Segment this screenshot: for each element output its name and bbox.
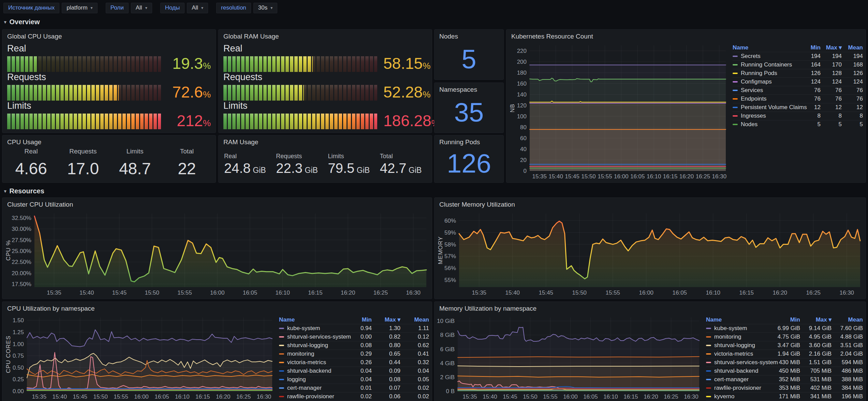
time-series-plot[interactable]: 17.50%20.00%22.50%25.00%27.50%30.00%32.5… [5,211,429,297]
gauge-fill[interactable] [223,114,377,129]
series-color-marker[interactable] [733,73,738,74]
legend-max[interactable]: 194 [821,53,842,60]
legend-series-name[interactable]: shturval-backend [706,368,769,374]
legend-min[interactable]: 76 [799,87,821,94]
stat-total[interactable]: Total42.7 GiB [377,145,429,180]
legend-max[interactable]: 5 [821,121,842,128]
legend-max[interactable]: 0.82 [372,333,400,340]
legend-min[interactable]: 5 [799,121,821,128]
stat-number[interactable]: 24.8 [224,161,251,176]
series-color-marker[interactable] [733,81,738,83]
stat-value[interactable]: 79.5 GiB [328,161,370,175]
legend-mean[interactable]: 168 [842,61,863,68]
legend-max[interactable]: 4.95 GiB [800,333,832,340]
series-label[interactable]: shturval-services-system [287,333,351,340]
legend-mean[interactable]: 12 [842,104,863,111]
gauge-fill[interactable] [223,85,304,101]
series-color-marker[interactable] [279,345,284,346]
legend-series-name[interactable]: Running Pods [733,70,799,77]
legend-min[interactable]: 3.47 GiB [769,342,800,349]
series-color-marker[interactable] [279,396,284,397]
bar-gauge-body[interactable]: Real [7,43,161,72]
legend-max[interactable]: 0.65 [372,351,400,357]
legend-min[interactable]: 194 [799,53,821,60]
legend-header-max[interactable]: Max ▾ [800,316,832,323]
filter-label[interactable]: Ноды [160,3,185,13]
legend-mean[interactable]: 76 [842,95,863,102]
legend-min[interactable]: 6.99 GiB [769,325,800,332]
filter-group[interactable]: Источник данныхplatform▾ [3,3,98,13]
legend-min[interactable]: 353 MiB [769,385,800,391]
stat-limits[interactable]: Limits79.5 GiB [325,145,377,180]
legend-row[interactable]: monitoring4.75 GiB4.95 GiB4.88 GiB [706,332,863,341]
legend-mean[interactable]: 5 [842,121,863,128]
legend-max[interactable]: 170 [821,61,842,68]
chevron-down-icon[interactable]: ▾ [201,5,203,10]
series-label[interactable]: shturval-backend [714,368,758,374]
time-series-plot[interactable]: 0.000.250.500.751.001.251.5015:3515:4015… [5,315,275,401]
series-color-marker[interactable] [706,396,711,397]
series-color-marker[interactable] [733,90,738,91]
stat-unit[interactable]: GiB [354,166,370,175]
legend-series-name[interactable]: cert-manager [706,376,769,383]
gauge-value-number[interactable]: 52.28 [383,83,423,101]
filter-select-3[interactable]: 30s▾ [253,3,277,13]
stat-label[interactable]: Requests [69,148,97,155]
stat-number[interactable]: 4.66 [15,160,47,178]
filter-group[interactable]: НодыAll▾ [160,3,208,13]
gauge-value-unit[interactable]: % [203,89,211,100]
stat-unit[interactable]: GiB [407,166,422,175]
stat-value[interactable]: 17.0 [67,161,99,177]
stat-label[interactable]: Total [180,148,194,155]
gauge-value-number[interactable]: 19.3 [172,55,203,72]
legend-row[interactable]: Running Containers164170168 [733,60,863,69]
gauge-value[interactable]: 19.3% [167,56,211,72]
gauge-value[interactable]: 52.28% [383,84,427,101]
series-label[interactable]: Running Pods [741,70,777,77]
legend-header[interactable]: NameMinMax ▾Mean [706,315,863,324]
filter-select-0[interactable]: platform▾ [62,3,97,13]
stat-number[interactable]: 42.7 [380,161,407,176]
series-color-marker[interactable] [706,345,711,346]
legend-mean[interactable]: 1.11 [400,325,429,332]
legend-row[interactable]: shturval-logging0.080.800.62 [279,341,429,350]
legend-min[interactable]: 4.75 GiB [769,333,800,340]
filter-label[interactable]: Роли [106,3,129,13]
gauge-fill[interactable] [223,56,313,72]
time-series-plot[interactable]: 0 B2 GiB4 GiB6 GiB8 GiB10 GiB15:3515:401… [437,315,702,401]
legend-max[interactable]: 3.60 GiB [800,342,832,349]
filter-group[interactable]: РолиAll▾ [106,3,152,13]
legend-header-max[interactable]: Max ▾ [372,316,400,323]
gauge-bar[interactable] [223,56,377,72]
stat-value[interactable]: 48.7 [119,161,151,177]
bar-gauge-requests[interactable]: Requests72.6% [7,72,211,101]
legend-series-name[interactable]: monitoring [279,351,343,357]
series-label[interactable]: rawfile-provisioner [287,393,334,400]
legend-series-name[interactable]: monitoring [706,333,769,340]
bar-gauge-body[interactable]: Real [223,43,377,72]
stat-label[interactable]: Total [380,153,393,160]
legend-min[interactable]: 0.01 [343,385,372,391]
gauge-bar[interactable] [7,85,161,101]
series-label[interactable]: shturval-logging [714,342,755,349]
filter-value[interactable]: All [192,4,198,11]
legend-mean[interactable]: 0.32 [400,359,429,366]
legend-row[interactable]: kube-system6.99 GiB9.14 GiB7.60 GiB [706,324,863,332]
gauge-value-number[interactable]: 58.15 [383,55,423,72]
series-label[interactable]: cert-manager [714,376,749,383]
legend-header-min[interactable]: Min [799,44,821,51]
legend-row[interactable]: victoria-metrics1.94 GiB2.16 GiB2.04 GiB [706,350,863,358]
legend-series-name[interactable]: shturval-logging [279,342,343,349]
legend-max[interactable]: 705 MiB [800,368,832,374]
stat-label[interactable]: Real [224,153,237,160]
legend-max[interactable]: 402 MiB [800,385,832,391]
legend-max[interactable]: 76 [821,95,842,102]
legend-col-label[interactable]: Name [733,44,748,51]
series-color-marker[interactable] [279,328,284,329]
legend-min[interactable]: 1.94 GiB [769,351,800,357]
series-color-marker[interactable] [706,362,711,363]
legend-max[interactable]: 0.07 [372,385,400,391]
stat-value[interactable]: 24.8 GiB [224,161,266,175]
legend-max[interactable]: 1.30 [372,325,400,332]
bar-gauge-real[interactable]: Real58.15% [223,43,427,72]
